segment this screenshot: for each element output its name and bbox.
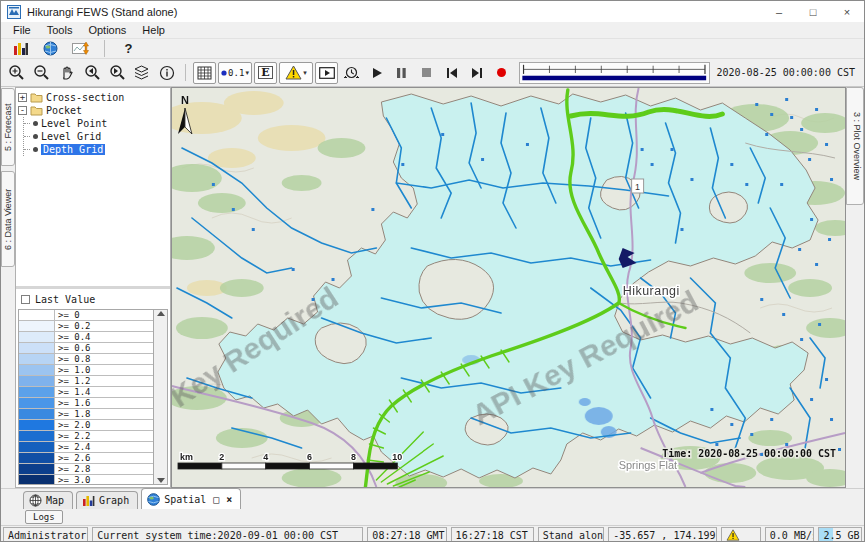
logs-button[interactable]: Logs [25,510,63,524]
grid-display-toggle[interactable] [193,62,216,84]
legend-scrollbar[interactable] [154,309,168,485]
minimize-button[interactable]: – [762,1,796,22]
town-label: Hikurangi [623,284,680,298]
chevron-down-icon: ▾ [245,69,249,77]
legend-row[interactable]: >= 1.0 [19,365,153,376]
legend-row-label: >= 2.4 [55,442,91,452]
svg-text:10: 10 [392,452,402,462]
zoom-out-icon[interactable] [30,62,53,84]
expand-icon[interactable]: + [18,93,27,102]
legend-swatch [19,310,55,320]
map-canvas[interactable]: 1 API Key Required API Key Required N Hi… [171,87,846,488]
timeseries-display-icon[interactable] [69,38,92,60]
info-icon[interactable] [155,62,178,84]
tab-maximize-icon[interactable]: □ [213,494,219,505]
tree-node-pocket[interactable]: - Pocket [18,104,168,117]
bottom-tab-bar: Map Graph Spatial □ × [1,488,864,509]
step-forward-button[interactable] [465,62,488,84]
zoom-next-icon[interactable] [105,62,128,84]
tab-close-icon[interactable]: × [226,494,232,505]
record-button[interactable] [490,62,513,84]
scroll-up-icon[interactable] [157,311,165,316]
status-system-time: Current system time:2020-09-01 00:00 CST [92,527,363,542]
zoom-in-icon[interactable] [5,62,28,84]
pause-button[interactable] [390,62,413,84]
last-value-row: Last Value [18,292,168,307]
maximize-button[interactable]: □ [796,1,830,22]
legend-row[interactable]: >= 1.8 [19,409,153,420]
menu-file[interactable]: File [5,23,39,37]
tab-data-viewer[interactable]: 6 : Data Viewer [1,171,15,267]
legend-row-label: >= 0.2 [55,321,91,331]
tab-map-label: Map [46,495,64,506]
legend-row[interactable]: >= 0.8 [19,354,153,365]
legend-row-label: >= 2.6 [55,453,91,463]
legend-row-label: >= 0 [55,310,80,320]
status-bar: Administrator Current system time:2020-0… [1,525,864,542]
legend-row[interactable]: >= 2.8 [19,464,153,475]
legend-row[interactable]: >= 2.0 [19,420,153,431]
legend-row-label: >= 3.0 [55,475,91,485]
wireframe-globe-icon [29,494,42,507]
legend-swatch [19,464,55,474]
legend-row-label: >= 2.2 [55,431,91,441]
last-value-checkbox[interactable] [21,295,30,304]
time-slider[interactable] [519,62,710,84]
collapse-icon[interactable]: - [18,106,27,115]
left-tab-strip: 5 : Forecast 6 : Data Viewer [1,87,15,488]
parameter-tree: + Cross-section - Pocket Level Point Lev… [16,88,170,289]
editor-toggle[interactable]: E [254,62,277,84]
tree-node-level-point[interactable]: Level Point [24,117,168,130]
menu-tools[interactable]: Tools [39,23,81,37]
animation-settings-icon[interactable] [340,62,363,84]
legend-row[interactable]: >= 2.2 [19,431,153,442]
tab-spatial[interactable]: Spatial □ × [141,488,241,509]
legend-row[interactable]: >= 0.6 [19,343,153,354]
layers-icon[interactable] [130,62,153,84]
tree-node-label-selected: Depth Grid [41,144,105,155]
tree-node-level-grid[interactable]: Level Grid [24,130,168,143]
legend-row[interactable]: >= 1.6 [19,398,153,409]
legend-row-label: >= 1.0 [55,365,91,375]
legend-row[interactable]: >= 0.2 [19,321,153,332]
step-back-button[interactable] [440,62,463,84]
scroll-down-icon[interactable] [157,478,165,483]
help-button[interactable]: ? [117,38,140,60]
warnings-dropdown[interactable]: ▾ [279,62,313,84]
legend-row[interactable]: >= 0 [19,310,153,321]
status-coordinates: -35.657 , 174.199 [608,527,717,542]
pan-hand-icon[interactable] [55,62,78,84]
database-viewer-icon[interactable] [9,38,32,60]
legend-swatch [19,354,55,364]
legend-row[interactable]: >= 0.4 [19,332,153,343]
tree-node-label: Level Point [41,118,107,129]
tree-node-depth-grid[interactable]: Depth Grid [24,143,168,156]
legend-row[interactable]: >= 3.0 [19,475,153,485]
tab-plot-overview[interactable]: 3 : Plot Overview [846,87,864,205]
tree-node-label: Cross-section [46,92,124,103]
status-warning-cell[interactable] [721,527,761,542]
close-button[interactable]: × [830,1,864,22]
legend-row[interactable]: >= 1.2 [19,376,153,387]
title-bar: Hikurangi FEWS (Stand alone) – □ × [1,1,864,22]
animation-window-button[interactable] [315,62,338,84]
zoom-previous-icon[interactable] [80,62,103,84]
legend-row-label: >= 1.2 [55,376,91,386]
legend-row[interactable]: >= 2.6 [19,453,153,464]
tab-map[interactable]: Map [23,491,73,509]
map-display-icon[interactable] [39,38,62,60]
tree-node-cross-section[interactable]: + Cross-section [18,91,168,104]
play-button[interactable] [365,62,388,84]
tab-forecast[interactable]: 5 : Forecast [1,88,15,166]
legend-row-label: >= 0.6 [55,343,91,353]
legend-row[interactable]: >= 1.4 [19,387,153,398]
legend-row[interactable]: >= 2.4 [19,442,153,453]
menu-help[interactable]: Help [134,23,173,37]
tab-graph[interactable]: Graph [76,491,138,509]
status-mode: Stand alone [538,527,604,542]
highway-shield: 1 [632,179,644,193]
menu-options[interactable]: Options [80,23,134,37]
contour-threshold-dropdown[interactable]: 0.1 ▾ [218,62,252,84]
legend-panel: Last Value >= 0>= 0.2>= 0.4>= 0.6>= 0.8>… [16,289,170,487]
stop-button[interactable] [415,62,438,84]
